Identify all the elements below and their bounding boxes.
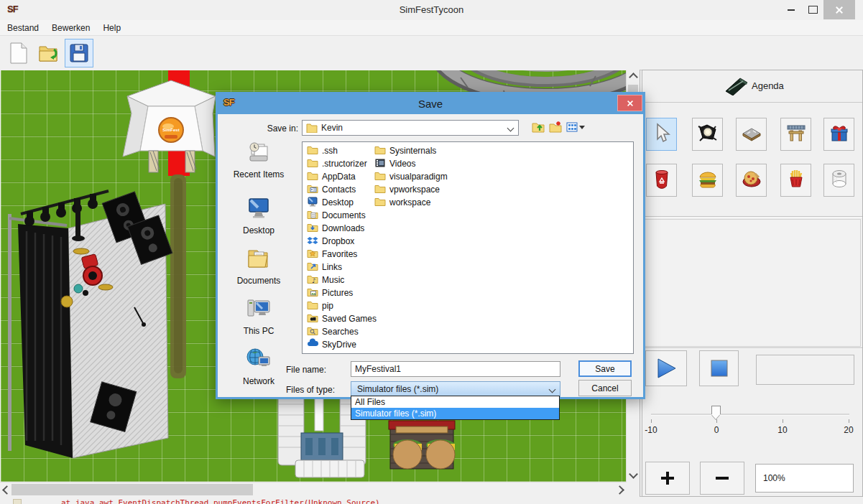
tool-fries-button[interactable] — [780, 164, 811, 197]
file-item[interactable]: Searches — [307, 325, 377, 338]
saved-games-icon — [307, 312, 318, 326]
up-folder-icon — [532, 121, 545, 134]
tool-burger-button[interactable] — [692, 164, 723, 197]
toilet-paper-icon — [829, 168, 850, 192]
file-item-label: Downloads — [322, 223, 364, 233]
tool-toilet-paper-button[interactable] — [823, 164, 854, 197]
view-menu-button[interactable] — [565, 120, 586, 134]
close-button[interactable] — [823, 0, 855, 19]
save-in-combobox[interactable]: Kevin — [302, 120, 519, 136]
place-documents[interactable]: Documents — [221, 246, 297, 286]
horizontal-scroll-thumb[interactable] — [11, 484, 253, 495]
place-computer[interactable]: This PC — [221, 297, 297, 336]
desktop-icon — [246, 196, 272, 223]
menu-bestand[interactable]: Bestand — [7, 23, 39, 33]
file-item[interactable]: Desktop — [307, 196, 377, 209]
new-file-button[interactable] — [4, 39, 33, 67]
minimize-button[interactable] — [780, 0, 802, 19]
tool-road-tile-button[interactable] — [736, 118, 767, 151]
file-item[interactable]: visualparadigm — [374, 170, 448, 183]
place-desktop[interactable]: Desktop — [221, 196, 297, 235]
file-item-label: Favorites — [322, 249, 357, 259]
file-item[interactable]: Dropbox — [307, 235, 377, 248]
slider-tick-label: 0 — [714, 425, 719, 435]
place-recent[interactable]: Recent Items — [221, 140, 297, 179]
file-item[interactable]: .ssh — [307, 144, 377, 157]
file-item[interactable]: AppData — [307, 170, 377, 183]
file-item[interactable]: Saved Games — [307, 312, 377, 325]
agenda-button[interactable]: Agenda — [642, 70, 862, 103]
save-in-value: Kevin — [321, 121, 343, 135]
dialog-close-button[interactable] — [617, 95, 642, 111]
new-folder-button[interactable] — [548, 120, 563, 134]
file-type-combobox[interactable]: Simulator files (*.sim) — [351, 381, 560, 397]
tool-spotlight-button[interactable] — [692, 118, 723, 151]
cancel-button[interactable]: Cancel — [578, 380, 632, 396]
scroll-right-button[interactable] — [615, 484, 627, 495]
stop-button[interactable] — [699, 350, 739, 386]
bottom-strip: at java.awt.EventDispatchThread.pumpEven… — [0, 496, 863, 504]
side-panel: Agenda -1001020 100% — [642, 70, 863, 497]
up-one-level-button[interactable] — [530, 120, 546, 134]
open-file-button[interactable] — [34, 39, 63, 67]
file-item[interactable]: vpworkspace — [374, 183, 448, 196]
play-button[interactable] — [645, 350, 687, 386]
plus-icon — [661, 472, 674, 485]
folder-icon — [374, 196, 386, 210]
file-item[interactable]: Contacts — [307, 183, 377, 196]
speed-slider-track[interactable] — [651, 414, 849, 416]
scroll-down-button[interactable] — [627, 470, 639, 481]
tool-trash-can-button[interactable] — [646, 164, 677, 197]
gift-icon — [829, 122, 850, 146]
file-item[interactable]: ♪Music — [307, 274, 377, 286]
tool-pizza-button[interactable] — [736, 164, 767, 197]
slider-tickmark — [716, 419, 717, 423]
road-tile-icon — [741, 122, 762, 146]
file-item[interactable]: Sysinternals — [374, 144, 448, 157]
file-item[interactable]: Downloads — [307, 222, 377, 235]
tool-gift-button[interactable] — [823, 118, 854, 151]
file-item-label: Pictures — [322, 288, 353, 298]
horizontal-scrollbar[interactable] — [0, 482, 627, 497]
file-name-input[interactable]: MyFestival1 — [351, 361, 560, 377]
spotlight-icon — [697, 122, 719, 146]
save-dialog-body: Save in: Kevin — [218, 114, 643, 397]
file-item[interactable]: SkyDrive — [307, 338, 377, 351]
links-icon — [307, 261, 318, 274]
zoom-in-button[interactable] — [645, 462, 690, 495]
save-confirm-button[interactable]: Save — [578, 360, 632, 377]
zoom-out-button[interactable] — [700, 462, 744, 495]
giant-burger-2 — [426, 439, 455, 469]
type-option-sim-files[interactable]: Simulator files (*.sim) — [351, 408, 559, 419]
file-item[interactable]: Videos — [374, 157, 448, 170]
file-list[interactable]: .ssh.structorizerAppDataContactsDesktopD… — [302, 141, 634, 354]
file-item[interactable]: Favorites — [307, 248, 377, 261]
file-item-label: pip — [322, 301, 333, 311]
file-item[interactable]: Pictures — [307, 286, 377, 299]
file-item[interactable]: workspace — [374, 196, 448, 209]
dialog-close-icon — [627, 100, 634, 107]
menu-bewerken[interactable]: Bewerken — [52, 23, 90, 33]
scroll-left-button[interactable] — [0, 484, 11, 495]
type-option-all-files[interactable]: All Files — [351, 396, 559, 408]
menu-help[interactable]: Help — [103, 23, 121, 33]
zoom-level-field[interactable]: 100% — [755, 464, 854, 493]
tool-cursor-button[interactable] — [646, 118, 677, 151]
torii-gate-icon — [785, 122, 807, 146]
file-item[interactable]: pip — [307, 299, 377, 312]
file-item[interactable]: Documents — [307, 209, 377, 222]
save-dialog-titlebar[interactable]: SF Save — [218, 94, 643, 114]
folder-icon — [307, 157, 318, 171]
maximize-button[interactable] — [802, 0, 823, 19]
file-item[interactable]: Links — [307, 261, 377, 274]
documents-icon — [307, 209, 318, 223]
folder-icon — [374, 183, 386, 197]
contacts-icon — [307, 183, 318, 197]
folder-icon — [306, 123, 318, 133]
tool-torii-gate-button[interactable] — [780, 118, 811, 151]
file-item[interactable]: .structorizer — [307, 157, 377, 170]
speed-slider-handle[interactable] — [711, 406, 721, 414]
save-file-button[interactable] — [65, 39, 93, 67]
scroll-up-button[interactable] — [627, 70, 639, 82]
slider-tickmark — [651, 419, 652, 423]
